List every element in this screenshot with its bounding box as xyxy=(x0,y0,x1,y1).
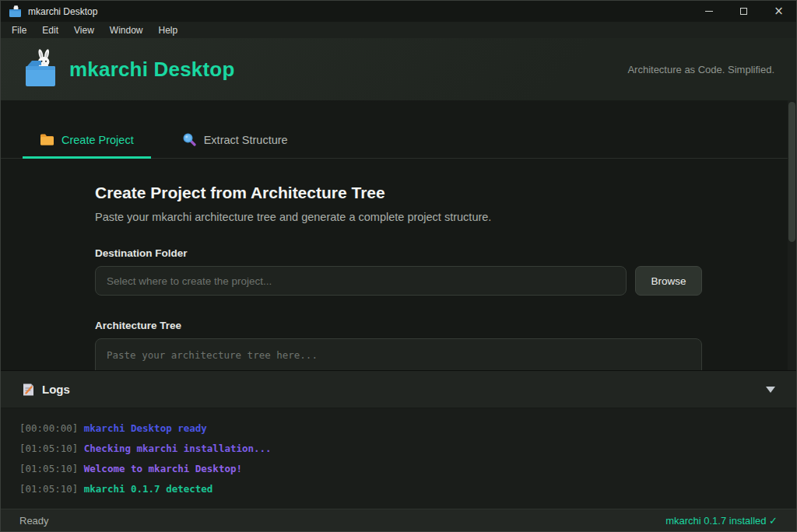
tab-bar: Create Project Extract Structure xyxy=(1,100,796,159)
log-timestamp: [01:05:10] xyxy=(19,463,78,474)
log-timestamp: [00:00:00] xyxy=(19,422,78,434)
maximize-button[interactable] xyxy=(726,1,761,22)
logs-panel: Logs [00:00:00] mkarchi Desktop ready [0… xyxy=(1,370,796,510)
menu-view[interactable]: View xyxy=(66,23,102,37)
destination-folder-input[interactable] xyxy=(95,266,627,296)
tab-create-project[interactable]: Create Project xyxy=(23,125,151,159)
magnifier-icon xyxy=(182,133,197,146)
scrollbar-track[interactable] xyxy=(788,100,796,370)
menu-file[interactable]: File xyxy=(4,23,34,37)
architecture-tree-textarea[interactable] xyxy=(95,338,702,370)
maximize-icon xyxy=(740,8,747,15)
status-ready: Ready xyxy=(19,515,49,527)
logs-header[interactable]: Logs xyxy=(1,371,796,408)
window-controls: × xyxy=(691,1,796,22)
log-entry: [01:05:10] mkarchi 0.1.7 detected xyxy=(19,479,778,499)
log-entry: [01:05:10] Welcome to mkarchi Desktop! xyxy=(19,459,778,479)
app-tagline: Architecture as Code. Simplified. xyxy=(627,64,774,75)
create-project-form: Create Project from Architecture Tree Pa… xyxy=(95,184,702,370)
tab-label: Create Project xyxy=(61,134,134,146)
destination-folder-label: Destination Folder xyxy=(95,247,702,259)
window-title: mkarchi Desktop xyxy=(28,6,97,17)
scrollbar-thumb[interactable] xyxy=(788,102,795,242)
menu-edit[interactable]: Edit xyxy=(34,23,66,37)
tab-extract-structure[interactable]: Extract Structure xyxy=(165,125,305,159)
page-description: Paste your mkarchi architecture tree and… xyxy=(95,211,702,223)
log-entry: [00:00:00] mkarchi Desktop ready xyxy=(19,418,778,439)
close-icon: × xyxy=(774,5,784,17)
memo-pencil-icon xyxy=(22,383,35,397)
log-entry: [01:05:10] Checking mkarchi installation… xyxy=(19,439,778,459)
menu-bar: File Edit View Window Help xyxy=(1,22,796,38)
folder-icon xyxy=(40,133,54,146)
minimize-button[interactable] xyxy=(691,1,726,22)
status-version-installed: mkarchi 0.1.7 installed ✓ xyxy=(665,515,778,527)
log-message: mkarchi 0.1.7 detected xyxy=(84,483,213,495)
log-message: mkarchi Desktop ready xyxy=(84,422,207,434)
triangle-down-icon[interactable] xyxy=(766,387,775,393)
minimize-icon xyxy=(705,11,713,12)
logs-title: Logs xyxy=(42,383,70,396)
logs-body: [00:00:00] mkarchi Desktop ready [01:05:… xyxy=(1,408,796,509)
app-title: mkarchi Desktop xyxy=(69,58,235,82)
tab-label: Extract Structure xyxy=(204,134,288,146)
log-message: Checking mkarchi installation... xyxy=(84,443,272,454)
close-button[interactable]: × xyxy=(761,1,796,22)
log-timestamp: [01:05:10] xyxy=(19,443,78,454)
title-bar: mkarchi Desktop × xyxy=(1,1,796,22)
log-message: Welcome to mkarchi Desktop! xyxy=(84,463,242,474)
browse-button[interactable]: Browse xyxy=(635,266,702,296)
app-logo-icon xyxy=(9,5,22,18)
status-bar: Ready mkarchi 0.1.7 installed ✓ xyxy=(1,509,796,531)
app-logo-bunny-box-icon xyxy=(23,49,58,89)
destination-row: Browse xyxy=(95,266,702,296)
menu-help[interactable]: Help xyxy=(151,23,186,37)
menu-window[interactable]: Window xyxy=(102,23,151,37)
main-content: Create Project Extract Structure Create … xyxy=(1,100,796,370)
page-title: Create Project from Architecture Tree xyxy=(95,184,702,202)
app-header: mkarchi Desktop Architecture as Code. Si… xyxy=(1,38,796,100)
log-timestamp: [01:05:10] xyxy=(19,483,78,495)
architecture-tree-label: Architecture Tree xyxy=(95,320,702,331)
